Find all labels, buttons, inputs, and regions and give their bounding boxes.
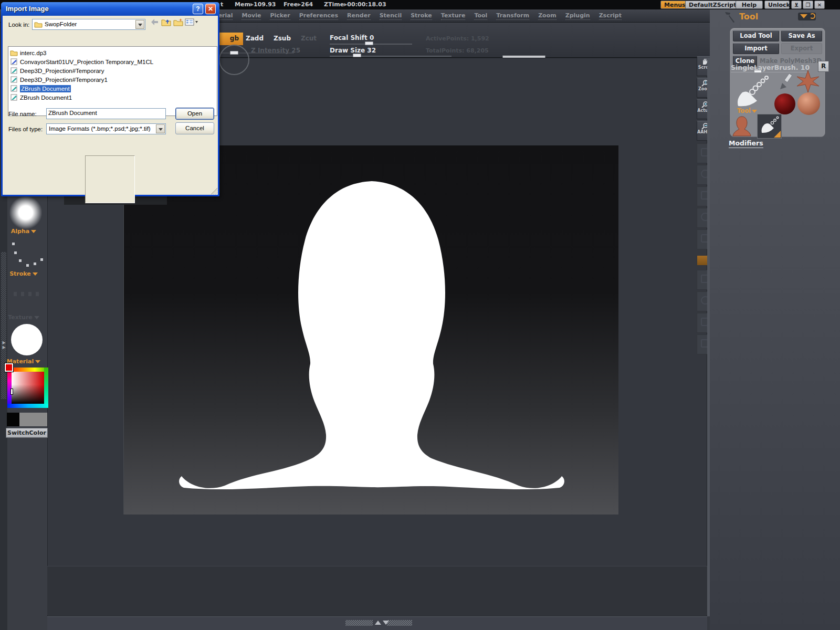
dialog-close-button[interactable]: ✕ <box>205 4 216 14</box>
file-name: ZBrush Document1 <box>20 94 72 101</box>
new-folder-icon[interactable] <box>172 18 184 29</box>
file-name: Deep3D_Projection#Temporary1 <box>20 77 108 83</box>
file-name: ZBrush Document <box>20 85 71 92</box>
document-lower-band <box>47 566 707 615</box>
zbrush-app: t Mem▶109.93 Free▶264 ZTime▶00:00:18.03 … <box>0 0 840 630</box>
look-in-label: Look in: <box>8 22 29 28</box>
image-preview-box <box>85 155 135 203</box>
dialog-title-bar[interactable]: Import Image <box>1 2 219 16</box>
dropdown-arrow-icon <box>35 360 40 363</box>
view-menu-icon[interactable] <box>184 18 199 29</box>
free-stat: Free▶264 <box>284 1 313 8</box>
file-item[interactable]: interc.dp3 <box>10 48 47 57</box>
look-in-value: SwopFolder <box>45 21 77 27</box>
dialog-help-button[interactable]: ? <box>193 4 203 14</box>
defaultzscript-button[interactable]: DefaultZScript <box>685 1 740 9</box>
cancel-button[interactable]: Cancel <box>175 122 214 134</box>
help-button[interactable]: Help <box>736 1 763 9</box>
file-name: interc.dp3 <box>20 50 47 56</box>
mem-stat: Mem▶109.93 <box>235 1 276 8</box>
color-picker[interactable] <box>7 368 48 408</box>
close-icon[interactable]: ✕ <box>814 1 825 9</box>
texture-selector: Texture <box>0 314 47 321</box>
minimize-icon[interactable]: ⊻ <box>791 1 802 9</box>
hue-strip-left[interactable] <box>7 368 12 408</box>
back-icon[interactable] <box>149 18 160 29</box>
alpha-selector[interactable]: Alpha <box>0 228 47 235</box>
tray-expand-icon[interactable]: ▶▶ <box>1 340 7 350</box>
combo-dropdown-icon[interactable] <box>135 20 144 29</box>
main-color-swatch[interactable] <box>7 413 19 426</box>
files-of-type-combobox[interactable]: Image Formats (*.bmp;*.psd;*.jpg;*.tif) <box>46 123 166 134</box>
import-image-dialog-wrap: Import Image ? ✕ Look in: SwopFolder <box>0 16 840 226</box>
file-item[interactable]: Deep3D_Projection#Temporary1 <box>10 75 108 84</box>
hue-strip-top[interactable] <box>7 368 48 372</box>
unlock-button[interactable]: Unlock <box>764 1 790 9</box>
dialog-title: Import Image <box>6 5 49 13</box>
material-preview[interactable] <box>11 324 43 355</box>
resize-grip-icon[interactable] <box>211 188 217 194</box>
file-list[interactable]: interc.dp3 ConvayorStart01UV_Projection … <box>8 46 217 116</box>
dropdown-arrow-icon <box>34 316 39 319</box>
saturation-value-square[interactable] <box>12 372 44 404</box>
h-scrollbar-right[interactable] <box>387 620 412 626</box>
current-color-swatch[interactable] <box>5 363 13 372</box>
look-in-combobox[interactable]: SwopFolder <box>32 19 145 30</box>
scroll-down-icon[interactable] <box>383 621 389 625</box>
dropdown-arrow-icon <box>31 230 36 233</box>
title-fragment: t <box>220 1 223 8</box>
file-name: ConvayorStart01UV_Projection Temporary_M… <box>20 59 153 65</box>
file-name: Deep3D_Projection#Temporary <box>20 68 104 74</box>
secondary-color-swatch[interactable] <box>19 413 47 426</box>
file-item[interactable]: ZBrush Document1 <box>10 93 72 102</box>
dropdown-arrow-icon <box>33 272 38 276</box>
files-of-type-label: Files of type: <box>8 126 43 132</box>
files-of-type-value: Image Formats (*.bmp;*.psd;*.jpg;*.tif) <box>49 125 151 132</box>
h-scrollbar-left[interactable] <box>345 620 373 626</box>
file-item[interactable]: ConvayorStart01UV_Projection Temporary_M… <box>10 57 153 66</box>
combo-dropdown-icon[interactable] <box>156 124 165 133</box>
hue-strip-right[interactable] <box>44 368 48 408</box>
file-name-label: File name: <box>8 111 37 117</box>
file-item-selected[interactable]: ZBrush Document <box>10 84 71 93</box>
scroll-up-icon[interactable] <box>375 621 381 625</box>
import-image-dialog: Import Image ? ✕ Look in: SwopFolder <box>1 16 219 196</box>
restore-icon[interactable]: ❐ <box>803 1 813 9</box>
open-button[interactable]: Open <box>175 108 214 120</box>
folder-open-icon <box>34 21 43 28</box>
file-name-input[interactable]: ZBrush Document <box>46 108 166 119</box>
ztime-stat: ZTime▶00:00:18.03 <box>324 1 386 8</box>
color-marker-icon[interactable] <box>10 388 13 395</box>
stroke-selector[interactable]: Stroke <box>0 270 47 277</box>
up-folder-icon[interactable] <box>160 18 172 29</box>
file-item[interactable]: Deep3D_Projection#Temporary <box>10 66 104 75</box>
hue-strip-bottom[interactable] <box>7 404 48 408</box>
switch-color-button[interactable]: SwitchColor <box>6 428 48 438</box>
